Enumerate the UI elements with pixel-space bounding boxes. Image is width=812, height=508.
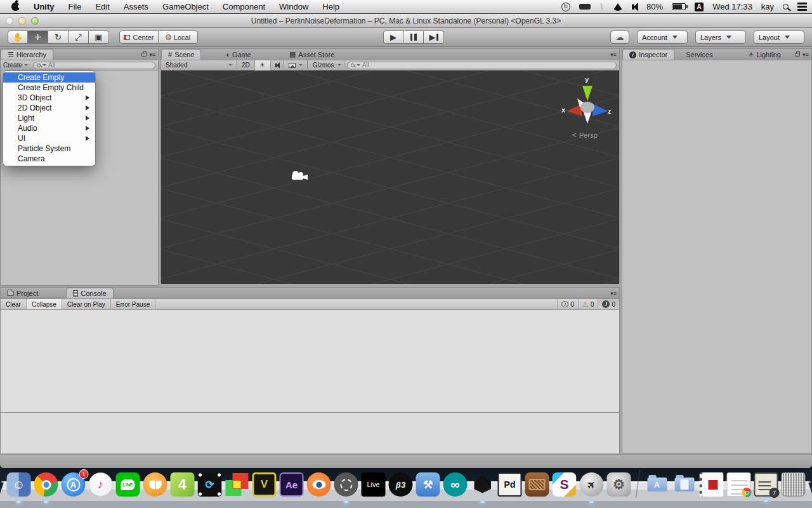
axis-y-label[interactable]: y xyxy=(585,76,589,83)
input-source-icon[interactable]: A xyxy=(695,3,704,11)
pivot-local-button[interactable]: Local xyxy=(159,30,198,44)
tab-asset-store[interactable]: ▦Asset Store xyxy=(283,49,341,60)
lock-icon[interactable] xyxy=(795,53,800,57)
menu-gameobject[interactable]: GameObject xyxy=(162,2,209,11)
tab-scene[interactable]: #Scene xyxy=(161,49,201,60)
tab-inspector[interactable]: iInspector xyxy=(622,49,674,60)
menu-assets[interactable]: Assets xyxy=(124,2,148,11)
menu-window[interactable]: Window xyxy=(279,2,308,11)
hand-tool-button[interactable]: ✋ xyxy=(8,30,28,44)
ibooks-dock-icon[interactable] xyxy=(143,472,167,497)
info-count-toggle[interactable]: !0 xyxy=(558,299,579,309)
tab-services[interactable]: Services xyxy=(679,49,719,60)
scene-search-input[interactable]: All xyxy=(347,62,617,69)
rocket-app-dock-icon[interactable]: ✈ xyxy=(580,472,604,497)
scene-effects-toggle[interactable] xyxy=(284,60,308,70)
layout-dropdown[interactable]: Layout xyxy=(754,30,804,44)
lock-icon[interactable] xyxy=(141,53,147,57)
color-squares-app-dock-icon[interactable] xyxy=(225,472,249,497)
menubar-extra-icon[interactable] xyxy=(579,4,591,10)
arduino-dock-icon[interactable]: ∞ xyxy=(443,472,468,497)
pivot-center-button[interactable]: Center xyxy=(119,30,159,44)
tab-console[interactable]: Console xyxy=(66,288,113,298)
projection-toggle[interactable]: <Persp xyxy=(572,131,598,140)
menu-item-ui[interactable]: UI xyxy=(3,133,95,144)
axis-z-label[interactable]: z xyxy=(608,107,612,115)
itunes-dock-icon[interactable]: ♪ xyxy=(89,472,113,497)
capture-app-dock-icon[interactable]: ⟳ xyxy=(198,472,222,497)
red-notebook-dock-icon[interactable] xyxy=(700,472,724,497)
terminal-notes-dock-icon[interactable]: 7 xyxy=(754,472,778,497)
menu-item-2d-object[interactable]: 2D Object xyxy=(3,103,95,113)
play-button[interactable]: ▶ xyxy=(383,30,403,44)
vdmx-dock-icon[interactable]: V xyxy=(252,472,277,497)
menu-item-light[interactable]: Light xyxy=(3,113,95,123)
menu-item-particle-system[interactable]: Particle System xyxy=(3,144,95,154)
garageband-dock-icon[interactable] xyxy=(525,472,549,497)
menu-edit[interactable]: Edit xyxy=(95,2,109,11)
tab-hierarchy[interactable]: ☰Hierarchy xyxy=(1,49,53,60)
chrome-dock-icon[interactable] xyxy=(34,472,58,497)
processing-dock-icon[interactable]: β3 xyxy=(389,472,413,497)
cloud-services-button[interactable]: ☁ xyxy=(610,30,629,44)
wifi-icon[interactable] xyxy=(613,3,623,11)
scene-lighting-toggle[interactable]: ☀ xyxy=(255,60,271,70)
bluetooth-icon[interactable]: ᛒ xyxy=(599,3,604,11)
tab-project[interactable]: Project xyxy=(1,288,44,298)
scene-audio-toggle[interactable] xyxy=(271,60,284,70)
tab-game[interactable]: ◖Game xyxy=(219,49,258,60)
shading-mode-dropdown[interactable]: Shaded xyxy=(161,60,237,70)
notification-center-icon[interactable] xyxy=(797,3,807,4)
hierarchy-search-input[interactable]: All xyxy=(33,62,155,69)
slack-dock-icon[interactable]: S xyxy=(553,472,577,497)
axis-x-label[interactable]: x xyxy=(561,106,565,114)
menu-component[interactable]: Component xyxy=(223,2,265,11)
clear-button[interactable]: Clear xyxy=(1,299,27,309)
layers-dropdown[interactable]: Layers xyxy=(695,30,746,44)
clear-on-play-button[interactable]: Clear on Play xyxy=(62,299,111,309)
create-dropdown[interactable]: Create xyxy=(3,62,28,69)
scene-canvas[interactable]: y x z <Persp xyxy=(161,70,619,284)
menubar-clock[interactable]: Wed 17:33 xyxy=(712,2,752,11)
menu-item-audio[interactable]: Audio xyxy=(3,123,95,133)
spotlight-icon[interactable] xyxy=(783,4,789,10)
applications-folder-dock-icon[interactable]: A xyxy=(645,472,669,497)
zoom-button[interactable] xyxy=(31,17,39,25)
error-pause-button[interactable]: Error Pause xyxy=(111,299,155,309)
collapse-button[interactable]: Collapse xyxy=(27,299,62,309)
move-tool-button[interactable]: ✛ xyxy=(28,30,48,44)
menu-file[interactable]: File xyxy=(69,2,82,11)
menu-item-create-empty-child[interactable]: Create Empty Child xyxy=(3,83,95,93)
line-dock-icon[interactable]: LINE xyxy=(116,472,140,497)
documents-folder-dock-icon[interactable] xyxy=(672,472,697,497)
finder-dock-icon[interactable]: ☺ xyxy=(7,472,31,497)
console-log-area[interactable] xyxy=(1,310,619,413)
menu-app-name[interactable]: Unity xyxy=(34,2,55,11)
volume-icon[interactable] xyxy=(632,4,634,10)
after-effects-dock-icon[interactable]: Ae xyxy=(280,472,304,497)
tab-lighting[interactable]: ☀Lighting xyxy=(742,49,787,60)
panel-menu-icon[interactable]: ▾≡ xyxy=(610,51,617,58)
apple-menu-icon[interactable] xyxy=(11,3,20,11)
rotate-tool-button[interactable]: ↻ xyxy=(48,30,69,44)
close-button[interactable] xyxy=(6,17,13,25)
pure-data-dock-icon[interactable]: Pd xyxy=(498,472,522,497)
step-button[interactable]: ▶ xyxy=(424,30,444,44)
system-preferences-dock-icon[interactable]: ⚙ xyxy=(607,472,631,497)
4k-video-dock-icon[interactable]: 4 xyxy=(171,472,195,497)
rect-tool-button[interactable]: ▣ xyxy=(89,30,109,44)
account-dropdown[interactable]: Account xyxy=(637,30,688,44)
minimize-button[interactable] xyxy=(18,17,26,25)
blender-dock-icon[interactable] xyxy=(307,472,331,497)
menu-item-3d-object[interactable]: 3D Object xyxy=(3,93,95,103)
panel-menu-icon[interactable]: ▾≡ xyxy=(802,51,809,58)
title-bar[interactable]: Untitled – PerlinNoiseDeformation – PC, … xyxy=(0,14,812,28)
panel-menu-icon[interactable]: ▾≡ xyxy=(610,290,617,297)
ableton-live-dock-icon[interactable]: Live xyxy=(362,472,386,497)
menu-item-create-empty[interactable]: Create Empty xyxy=(3,72,95,83)
pause-button[interactable] xyxy=(403,30,424,44)
error-count-toggle[interactable]: !0 xyxy=(598,299,619,309)
battery-icon[interactable] xyxy=(672,3,686,10)
gizmos-dropdown[interactable]: Gizmos xyxy=(308,60,344,70)
fritzing-dock-icon[interactable] xyxy=(334,472,358,497)
